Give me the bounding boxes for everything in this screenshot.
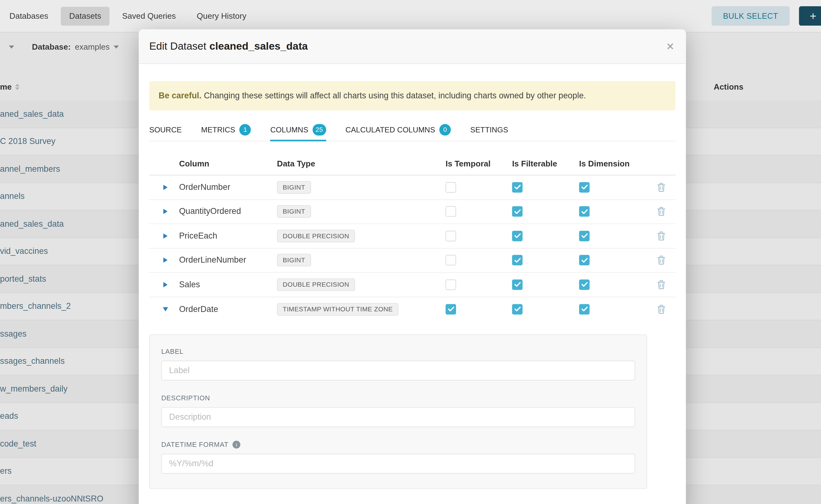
tab-label: SETTINGS (470, 125, 508, 134)
info-icon[interactable]: i (233, 441, 240, 448)
columns-table-body: OrderNumberBIGINTQuantityOrderedBIGINTPr… (149, 175, 675, 321)
is-filterable-checkbox[interactable] (512, 231, 523, 241)
expand-caret-icon[interactable] (163, 282, 167, 287)
tab-calculated-columns[interactable]: CALCULATED COLUMNS0 (345, 118, 451, 141)
tab-count-badge: 0 (439, 124, 451, 135)
delete-column-icon[interactable] (657, 280, 665, 289)
is-temporal-header: Is Temporal (446, 159, 512, 169)
is-filterable-checkbox[interactable] (512, 182, 523, 193)
column-row: SalesDOUBLE PRECISION (149, 273, 675, 297)
label-field-label: LABEL (161, 348, 635, 355)
is-dimension-header: Is Dimension (579, 159, 647, 169)
is-temporal-checkbox[interactable] (446, 279, 456, 290)
is-temporal-checkbox[interactable] (446, 255, 456, 266)
description-field-group: DESCRIPTION (161, 394, 635, 427)
modal-title-dataset-name: cleaned_sales_data (209, 40, 308, 52)
data-type-badge: BIGINT (277, 254, 311, 266)
delete-column-icon[interactable] (657, 255, 665, 265)
tab-count-badge: 25 (312, 124, 326, 135)
is-dimension-checkbox[interactable] (579, 255, 590, 266)
is-temporal-checkbox[interactable] (446, 206, 456, 217)
warning-banner: Be careful. Changing these settings will… (149, 81, 675, 111)
column-row: PriceEachDOUBLE PRECISION (149, 224, 675, 248)
data-type-badge: TIMESTAMP WITHOUT TIME ZONE (277, 303, 398, 315)
modal-body: Be careful. Changing these settings will… (139, 81, 686, 489)
label-input[interactable] (161, 361, 635, 381)
tab-label: COLUMNS (270, 125, 308, 134)
columns-table-header: Column Data Type Is Temporal Is Filterab… (149, 153, 675, 175)
data-type-badge: DOUBLE PRECISION (277, 278, 355, 291)
column-name: OrderNumber (179, 183, 277, 192)
is-dimension-checkbox[interactable] (579, 304, 590, 314)
data-type-header: Data Type (277, 159, 446, 169)
expand-caret-icon[interactable] (163, 185, 167, 190)
column-row: QuantityOrderedBIGINT (149, 200, 675, 224)
column-name: QuantityOrdered (179, 207, 277, 216)
is-temporal-checkbox[interactable] (446, 182, 456, 193)
tab-count-badge: 1 (239, 124, 251, 135)
data-type-badge: BIGINT (277, 181, 311, 193)
description-input[interactable] (161, 407, 635, 427)
collapse-caret-icon[interactable] (162, 307, 168, 311)
is-dimension-checkbox[interactable] (579, 206, 590, 217)
modal-header: Edit Datasetcleaned_sales_data ✕ (139, 29, 686, 64)
app-viewport: DatabasesDatasetsSaved QueriesQuery Hist… (0, 0, 821, 504)
delete-column-icon[interactable] (657, 207, 665, 216)
column-row: OrderDateTIMESTAMP WITHOUT TIME ZONE (149, 297, 675, 321)
warning-banner-text: Changing these settings will affect all … (201, 91, 586, 100)
edit-dataset-modal: Edit Datasetcleaned_sales_data ✕ Be care… (139, 29, 686, 504)
data-type-badge: DOUBLE PRECISION (277, 230, 355, 242)
is-temporal-checkbox[interactable] (446, 231, 456, 241)
column-name: Sales (179, 280, 277, 289)
is-filterable-checkbox[interactable] (512, 255, 523, 266)
column-detail-panel: LABEL DESCRIPTION DATETIME FORMAT i (149, 334, 647, 489)
tab-source[interactable]: SOURCE (149, 118, 182, 141)
is-filterable-checkbox[interactable] (512, 304, 523, 314)
modal-tabs: SOURCEMETRICS1COLUMNS25CALCULATED COLUMN… (149, 118, 675, 141)
column-row: OrderLineNumberBIGINT (149, 248, 675, 273)
datetime-format-field-group: DATETIME FORMAT i (161, 441, 635, 474)
label-field-group: LABEL (161, 348, 635, 381)
is-filterable-header: Is Filterable (512, 159, 579, 169)
warning-banner-bold: Be careful. (159, 91, 201, 100)
column-header: Column (179, 159, 277, 169)
delete-column-icon[interactable] (657, 231, 665, 240)
is-dimension-checkbox[interactable] (579, 279, 590, 290)
data-type-badge: BIGINT (277, 205, 311, 218)
datetime-format-input[interactable] (161, 454, 635, 474)
tab-metrics[interactable]: METRICS1 (201, 118, 251, 141)
is-dimension-checkbox[interactable] (579, 231, 590, 241)
close-icon[interactable]: ✕ (666, 41, 675, 51)
datetime-format-field-label: DATETIME FORMAT (161, 441, 228, 448)
is-dimension-checkbox[interactable] (579, 182, 590, 193)
is-temporal-checkbox[interactable] (446, 304, 456, 314)
expand-caret-icon[interactable] (163, 233, 167, 239)
column-row: OrderNumberBIGINT (149, 175, 675, 200)
expand-caret-icon[interactable] (163, 258, 167, 263)
tab-settings[interactable]: SETTINGS (470, 118, 508, 141)
is-filterable-checkbox[interactable] (512, 279, 523, 290)
description-field-label: DESCRIPTION (161, 394, 635, 402)
delete-column-icon[interactable] (657, 183, 665, 192)
tab-label: SOURCE (149, 125, 182, 134)
modal-title-prefix: Edit Dataset (149, 40, 206, 52)
expand-caret-icon[interactable] (163, 209, 167, 214)
column-name: OrderLineNumber (179, 255, 277, 265)
is-filterable-checkbox[interactable] (512, 206, 523, 217)
tab-label: METRICS (201, 125, 235, 134)
column-name: PriceEach (179, 231, 277, 240)
modal-title: Edit Datasetcleaned_sales_data (149, 40, 308, 52)
tab-label: CALCULATED COLUMNS (345, 125, 435, 134)
delete-column-icon[interactable] (657, 304, 665, 314)
tab-columns[interactable]: COLUMNS25 (270, 118, 326, 141)
column-name: OrderDate (179, 304, 277, 314)
